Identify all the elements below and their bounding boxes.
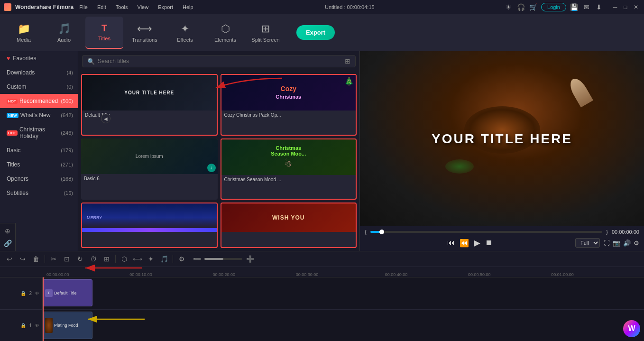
transition-button[interactable]: ⟷ (132, 253, 143, 265)
title-clip[interactable]: T Default Title (43, 279, 92, 306)
sidebar-item-subtitles[interactable]: Subtitles (15) (0, 186, 78, 200)
preview-timeline: { } 00:00:00:00 (365, 229, 639, 235)
basic-label: Basic (7, 147, 20, 154)
media-icon: 📁 (18, 23, 30, 35)
prev-frame-button[interactable]: ⏮ (447, 239, 455, 247)
eye-button-track2[interactable]: 👁 (35, 291, 39, 296)
collapse-panel-button[interactable]: ◀ (101, 114, 110, 123)
preview-playhead[interactable] (379, 230, 384, 234)
rotate-button[interactable]: ↻ (74, 253, 86, 265)
tool-transitions-label: Transitions (132, 37, 157, 43)
minimize-button[interactable]: ─ (611, 3, 619, 11)
title-card-christmas[interactable]: CozyChristmas 🎄 Cozy Christmas Pack Op..… (221, 74, 357, 136)
title-clip-label: Default Title (54, 291, 77, 295)
xmas-mood-label: Christmas Season Mood ... (221, 175, 356, 184)
zoom-in-button[interactable]: ➕ (244, 253, 256, 265)
menu-export[interactable]: Export (156, 3, 175, 11)
subtitles-count: (15) (64, 190, 73, 196)
color-button[interactable]: ⬡ (119, 253, 130, 265)
preview-title-text: YOUR TITLE HERE (432, 131, 572, 147)
add-track-button[interactable]: ⊕ (2, 225, 13, 237)
undo-button[interactable]: ↩ (4, 253, 15, 265)
app-logo (4, 3, 11, 11)
maximize-button[interactable]: □ (621, 3, 630, 11)
title-card-default[interactable]: YOUR TITLE HERE Default Title (81, 74, 218, 136)
save-icon[interactable]: 💾 (570, 3, 579, 11)
openers-count: (168) (61, 176, 73, 182)
stop-button[interactable]: ⏹ (485, 239, 493, 247)
search-input[interactable] (98, 58, 345, 65)
eye-button-track1[interactable]: 👁 (35, 323, 39, 328)
sidebar-item-whats-new[interactable]: NEW What's New (642) (0, 108, 78, 122)
menu-file[interactable]: File (77, 3, 90, 11)
audio-mix-button[interactable]: 🎵 (158, 253, 170, 265)
export-button[interactable]: Export (296, 25, 335, 40)
tool-elements[interactable]: ⬡ Elements (206, 17, 244, 49)
titlebar: Wondershare Filmora File Edit Tools View… (0, 0, 644, 14)
settings-button[interactable]: ⚙ (634, 240, 639, 247)
tool-effects[interactable]: ✦ Effects (166, 17, 204, 49)
settings-tl-button[interactable]: ⚙ (176, 253, 187, 265)
download-icon[interactable]: ⬇ (595, 3, 603, 11)
tool-audio[interactable]: 🎵 Audio (45, 17, 83, 49)
zoom-out-button[interactable]: ➖ (191, 253, 202, 265)
menu-help[interactable]: Help (181, 3, 195, 11)
tool-split-screen[interactable]: ⊞ Split Screen (247, 17, 285, 49)
video-clip[interactable]: Plating Food (43, 312, 92, 339)
login-button[interactable]: Login (541, 3, 566, 11)
christmas-label: Christmas Holiday (19, 126, 61, 139)
play-button[interactable]: ▶ (474, 238, 480, 248)
cart-icon[interactable]: 🛒 (529, 3, 537, 11)
headset-icon[interactable]: 🎧 (516, 3, 525, 11)
sun-icon[interactable]: ☀ (504, 3, 513, 11)
close-button[interactable]: ✕ (632, 3, 640, 11)
sidebar-item-openers[interactable]: Openers (168) (0, 172, 78, 186)
redo-button[interactable]: ↪ (17, 253, 28, 265)
ruler-mark-60: 00:01:00:00 (551, 272, 574, 277)
expand-button[interactable]: ⊞ (101, 253, 112, 265)
tool-media[interactable]: 📁 Media (5, 17, 43, 49)
cut-button[interactable]: ✂ (48, 253, 59, 265)
sidebar-item-christmas-holiday[interactable]: HOT Christmas Holiday (246) (0, 122, 78, 143)
rewind-button[interactable]: ⏪ (460, 239, 469, 248)
menu-tools[interactable]: Tools (114, 3, 130, 11)
menu-edit[interactable]: Edit (95, 3, 108, 11)
video-clip-thumb (45, 318, 53, 333)
custom-label: Custom (7, 83, 26, 90)
preview-progress-track[interactable] (370, 231, 603, 233)
zoom-slider[interactable] (204, 258, 242, 260)
zoom-controls: ➖ ➕ (191, 253, 256, 265)
email-icon[interactable]: ✉ (582, 3, 591, 11)
track-2-row: T Default Title (43, 277, 644, 310)
sidebar-item-recommended[interactable]: HOT Recommended (500) (0, 94, 78, 108)
title-card-blue-bar[interactable]: MERRY (81, 203, 218, 248)
title-card-xmas-mood[interactable]: ChristmasSeason Moo... ☃ Christmas Seaso… (221, 138, 357, 200)
project-title: Untitled : 00:00:04:15 (325, 4, 375, 10)
clock-button[interactable]: ⏱ (88, 253, 99, 265)
sidebar-item-downloads[interactable]: Downloads (4) (0, 65, 78, 80)
title-card-basic6[interactable]: Lorem ipsum ↓ Basic 6 (81, 138, 218, 200)
quality-select[interactable]: Full 1/2 1/4 (575, 238, 600, 248)
grid-view-icon[interactable]: ⊞ (345, 57, 350, 65)
track-1-row: Plating Food (43, 310, 644, 341)
sidebar-item-custom[interactable]: Custom (0) (0, 80, 78, 94)
delete-button[interactable]: 🗑 (30, 253, 42, 265)
titlebar-right: ☀ 🎧 🛒 Login 💾 ✉ ⬇ ─ □ ✕ (504, 3, 640, 11)
fullscreen-button[interactable]: ⛶ (604, 240, 610, 247)
crop-button[interactable]: ⊡ (61, 253, 73, 265)
tool-split-screen-label: Split Screen (251, 37, 279, 43)
timecode-current: 00:00:00:00 (612, 229, 639, 235)
menu-view[interactable]: View (136, 3, 151, 11)
title-card-wish[interactable]: WISH YOU (221, 203, 357, 248)
snap-button[interactable]: 🔗 (2, 238, 13, 249)
tool-transitions[interactable]: ⟷ Transitions (126, 17, 164, 49)
snapshot-button[interactable]: 📷 (613, 240, 620, 247)
sidebar-item-titles[interactable]: Titles (271) (0, 157, 78, 172)
title-clip-icon: T (45, 289, 53, 297)
basic-count: (179) (61, 147, 73, 153)
sidebar-item-basic[interactable]: Basic (179) (0, 143, 78, 157)
tool-titles[interactable]: T Titles (85, 17, 123, 49)
volume-button[interactable]: 🔊 (623, 240, 631, 247)
sidebar-item-favorites[interactable]: ♥ Favorites (0, 51, 78, 65)
effect-button[interactable]: ✦ (145, 253, 156, 265)
